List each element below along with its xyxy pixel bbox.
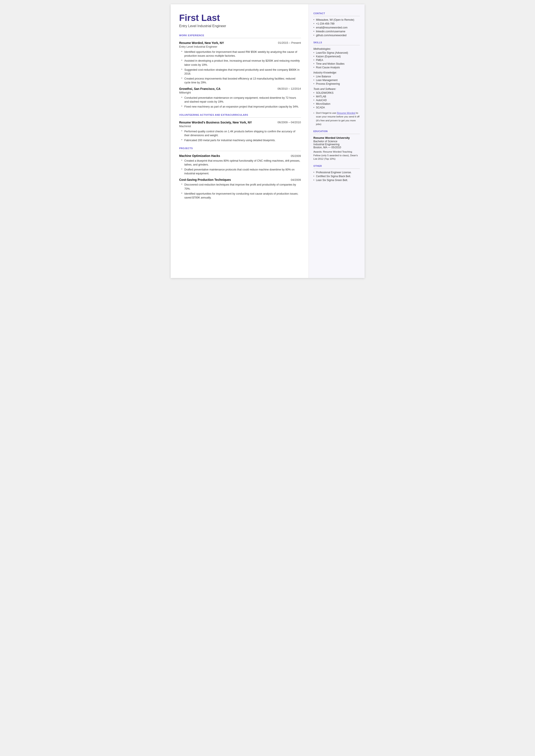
- candidate-name: First Last: [179, 13, 301, 23]
- list-item: SOLIDWORKS: [314, 91, 360, 95]
- volunteer-1-header: Resume Worded's Business Society, New Yo…: [179, 121, 301, 124]
- contact-list: Milwaukee, WI (Open to Remote) +1-234-45…: [314, 18, 360, 37]
- list-item: Identified opportunities for improvement…: [182, 192, 301, 200]
- list-item: Performed quality control checks on 1.4K…: [182, 129, 301, 137]
- skills-list-1: Line Balance Lean Management Process Eng…: [314, 75, 360, 85]
- list-item: SCADA: [314, 106, 360, 109]
- list-item: Discovered cost-reduction techniques tha…: [182, 183, 301, 190]
- skills-cat-2: Tools and Software:: [314, 88, 360, 91]
- list-item: Lean Management: [314, 79, 360, 82]
- list-item: Root Cause Analysis: [314, 66, 360, 69]
- list-item: Lean Six Sigma Green Belt.: [314, 179, 360, 182]
- projects-heading: PROJECTS: [179, 147, 301, 150]
- job-1-header: Resume Worded, New York, NY 01/2015 – Pr…: [179, 41, 301, 44]
- volunteer-1-bullets: Performed quality control checks on 1.4K…: [179, 129, 301, 142]
- candidate-title: Entry Level Industrial Engineer: [179, 24, 301, 28]
- right-column: CONTACT Milwaukee, WI (Open to Remote) +…: [309, 4, 365, 278]
- volunteer-1-date: 06/2009 – 04/2010: [277, 121, 301, 124]
- project-1-bullets: Created a blueprint that ensures 80% opt…: [179, 159, 301, 176]
- volunteering-heading: VOLUNTEERING ACTIVITIES AND EXTRACURRICU…: [179, 114, 301, 116]
- education-heading: EDUCATION: [314, 130, 360, 132]
- resume-page: First Last Entry Level Industrial Engine…: [171, 4, 365, 278]
- list-item: Milwaukee, WI (Open to Remote): [314, 18, 360, 21]
- list-item: AutoCAD: [314, 99, 360, 102]
- education-section: EDUCATION Resume Worded University Bache…: [314, 130, 360, 161]
- project-1: Machine Optimization Hacks 05/2009 Creat…: [179, 154, 301, 176]
- project-1-title: Machine Optimization Hacks: [179, 154, 220, 157]
- skills-note-pre: Don't forget to use: [316, 112, 337, 114]
- resume-worded-link[interactable]: Resume Worded: [337, 112, 355, 114]
- other-section: OTHER Professional Engineer License. Cer…: [314, 165, 360, 182]
- edu-awards: Awards: Resume Worded Teaching Fellow (o…: [314, 150, 360, 161]
- list-item: github.com/resumeworded: [314, 34, 360, 37]
- job-2: Growthsi, San Francisco, CA 06/2010 – 12…: [179, 87, 301, 109]
- project-2: Cost-Saving Production Techniques 04/200…: [179, 178, 301, 200]
- list-item: +1-234-456-789: [314, 22, 360, 25]
- list-item: Assisted in developing a product line, i…: [182, 59, 301, 67]
- left-column: First Last Entry Level Industrial Engine…: [171, 4, 309, 278]
- education-divider: [314, 134, 360, 134]
- list-item: Line Balance: [314, 75, 360, 78]
- list-item: Created process improvements that booste…: [182, 77, 301, 84]
- project-1-header: Machine Optimization Hacks 05/2009: [179, 154, 301, 157]
- skills-section: SKILLS Methodologies: Lean/Six Sigma (Ad…: [314, 41, 360, 126]
- list-item: email@resumeworded.com: [314, 26, 360, 29]
- list-item: Drafted preventative maintenance protoco…: [182, 168, 301, 176]
- job-2-title: Millwright: [179, 91, 301, 94]
- projects-divider: [179, 151, 301, 151]
- job-2-date: 06/2010 – 12/2014: [277, 87, 301, 90]
- volunteer-job-1: Resume Worded's Business Society, New Yo…: [179, 121, 301, 142]
- skills-list-2: SOLIDWORKS MATLAB AutoCAD MicroStation S…: [314, 91, 360, 109]
- job-1-title: Entry Level Industrial Engineer: [179, 45, 301, 48]
- list-item: linkedin.com/in/username: [314, 30, 360, 33]
- contact-divider: [314, 16, 360, 16]
- list-item: Fixed new machinery as part of an expans…: [182, 105, 301, 109]
- list-item: Created a blueprint that ensures 80% opt…: [182, 159, 301, 167]
- list-item: MATLAB: [314, 95, 360, 98]
- skills-cat-1: Industry Knowledge:: [314, 71, 360, 74]
- project-2-date: 04/2009: [291, 178, 301, 182]
- work-divider: [179, 38, 301, 38]
- project-2-bullets: Discovered cost-reduction techniques tha…: [179, 183, 301, 200]
- skills-note: Don't forget to use Resume Worded to sca…: [314, 111, 360, 126]
- list-item: MicroStation: [314, 102, 360, 105]
- work-experience-heading: WORK EXPERIENCE: [179, 34, 301, 37]
- job-1-date: 01/2015 – Present: [278, 41, 301, 44]
- list-item: Professional Engineer License.: [314, 171, 360, 174]
- project-2-header: Cost-Saving Production Techniques 04/200…: [179, 178, 301, 182]
- list-item: Time and Motion Studies: [314, 62, 360, 65]
- contact-section: CONTACT Milwaukee, WI (Open to Remote) +…: [314, 12, 360, 37]
- list-item: Lean/Six Sigma (Advanced): [314, 51, 360, 54]
- edu-location: Boston, MA — 05/2010: [314, 146, 360, 149]
- list-item: Identified opportunities for improvement…: [182, 50, 301, 58]
- skills-list-0: Lean/Six Sigma (Advanced) Kaizen (Experi…: [314, 51, 360, 69]
- job-2-company: Growthsi, San Francisco, CA: [179, 87, 221, 91]
- job-2-header: Growthsi, San Francisco, CA 06/2010 – 12…: [179, 87, 301, 91]
- list-item: FMEA: [314, 59, 360, 62]
- job-1-company: Resume Worded, New York, NY: [179, 41, 224, 44]
- job-1: Resume Worded, New York, NY 01/2015 – Pr…: [179, 41, 301, 84]
- edu-university: Resume Worded University: [314, 136, 360, 139]
- skills-heading: SKILLS: [314, 41, 360, 44]
- list-item: Kaizen (Experienced): [314, 55, 360, 58]
- list-item: Certified Six Sigma Black Belt.: [314, 175, 360, 178]
- volunteer-1-title: Machinist: [179, 125, 301, 128]
- project-1-date: 05/2009: [291, 154, 301, 157]
- edu-field: Industrial Engineering: [314, 143, 360, 146]
- list-item: Suggested cost-reduction strategies that…: [182, 68, 301, 76]
- list-item: Fabricated 200 metal parts for industria…: [182, 138, 301, 142]
- list-item: Process Engineering: [314, 82, 360, 85]
- contact-heading: CONTACT: [314, 12, 360, 14]
- volunteer-1-company: Resume Worded's Business Society, New Yo…: [179, 121, 252, 124]
- other-list: Professional Engineer License. Certified…: [314, 171, 360, 182]
- project-2-title: Cost-Saving Production Techniques: [179, 178, 231, 182]
- skills-cat-0: Methodologies:: [314, 47, 360, 50]
- job-2-bullets: Conducted preventative maintenance on co…: [179, 96, 301, 109]
- job-1-bullets: Identified opportunities for improvement…: [179, 50, 301, 84]
- other-heading: OTHER: [314, 165, 360, 167]
- edu-degree: Bachelor of Science: [314, 140, 360, 143]
- list-item: Conducted preventative maintenance on co…: [182, 96, 301, 104]
